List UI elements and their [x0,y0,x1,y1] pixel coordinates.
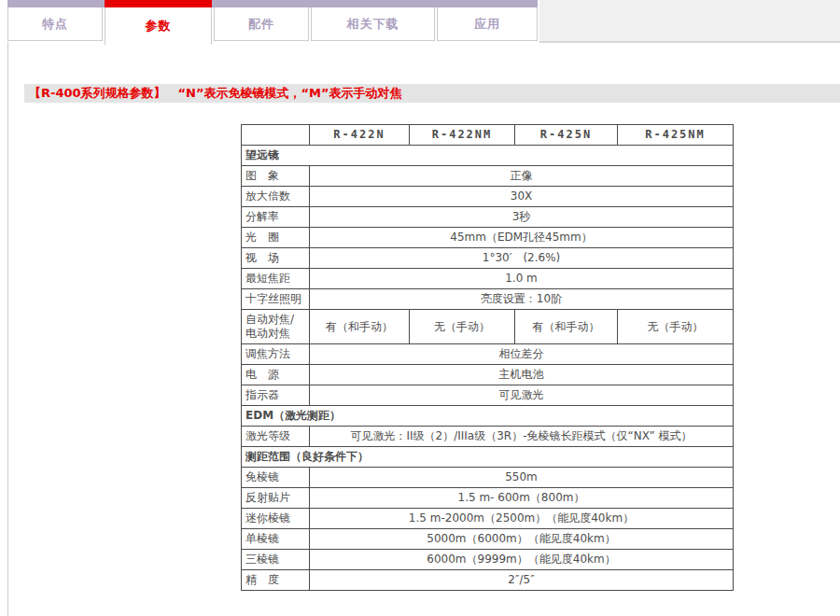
spec-label: 反射贴片 [242,488,310,509]
table-row: 测距范围（良好条件下） [242,447,734,468]
tab-bar-top-strip [7,0,538,7]
table-row: 光 圈45mm（EDM孔径45mm） [242,228,734,248]
tab-label: 配件 [248,16,274,33]
tab-label: 相关下载 [347,16,399,33]
model-name: R-422N [310,125,410,146]
spec-label: 图 象 [242,166,310,187]
spec-value: 1.5 m- 600m（800m） [310,488,734,509]
spec-label: 电 源 [242,365,310,385]
table-row: 三棱镜6000m（9999m）（能见度40km） [242,550,734,570]
tab-label: 参数 [146,18,172,35]
table-row: 视 场1°30′ (2.6%) [242,248,734,269]
table-row: 指示器可见激光 [242,385,734,406]
table-row: EDM（激光测距） [242,406,734,427]
spec-label: 自动对焦/ 电动对焦 [242,310,310,344]
spec-value: 2″/5″ [310,570,734,591]
spec-table: R-422NR-422NMR-425NR-425NM望远镜图 象正像放大倍数30… [241,124,734,591]
section-header: EDM（激光测距） [242,406,734,427]
spec-value: 有（和手动） [310,310,410,344]
spec-value: 1°30′ (2.6%) [310,248,734,269]
corner-cell [242,125,310,146]
spec-label: 光 圈 [242,228,310,248]
spec-table-wrap: R-422NR-422NMR-425NR-425NM望远镜图 象正像放大倍数30… [241,124,734,591]
section-header: 望远镜 [242,146,734,166]
spec-value: 相位差分 [310,344,734,365]
active-tab-red-strip [105,0,212,7]
section-header: 测距范围（良好条件下） [242,447,734,468]
spec-label: 视 场 [242,248,310,269]
table-row: 自动对焦/ 电动对焦有（和手动）无（手动）有（和手动）无（手动） [242,310,734,344]
spec-value: 无（手动） [410,310,515,344]
model-name: R-422NM [410,125,515,146]
spec-value: 3秒 [310,207,734,228]
tab-3[interactable]: 相关下载 [311,7,435,41]
table-row: 十字丝照明亮度设置：10阶 [242,289,734,310]
spec-label: 精 度 [242,570,310,591]
spec-label: 最短焦距 [242,269,310,289]
spec-value: 无（手动） [618,310,734,344]
spec-label: 放大倍数 [242,187,310,207]
table-row: 反射贴片1.5 m- 600m（800m） [242,488,734,509]
table-row: 最短焦距1.0 m [242,269,734,289]
spec-value: 亮度设置：10阶 [310,289,734,310]
spec-value: 正像 [310,166,734,187]
spec-value: 30X [310,187,734,207]
spec-value: 1.0 m [310,269,734,289]
spec-label: 免棱镜 [242,468,310,488]
table-row: 分解率3秒 [242,207,734,228]
tab-bar-right-filler [539,0,840,43]
table-row: 望远镜 [242,146,734,166]
model-header-row: R-422NR-422NMR-425NR-425NM [242,125,734,146]
tab-active-1[interactable]: 参数 [105,7,212,45]
spec-value: 有（和手动） [515,310,618,344]
spec-value: 可见激光 [310,385,734,406]
table-row: 精 度2″/5″ [242,570,734,591]
table-row: 迷你棱镜1.5 m-2000m（2500m）（能见度40km） [242,509,734,529]
spec-label: 迷你棱镜 [242,509,310,529]
spec-label: 指示器 [242,385,310,406]
tab-label: 应用 [474,16,500,33]
spec-value: 1.5 m-2000m（2500m）（能见度40km） [310,509,734,529]
page-left-border [7,42,8,616]
spec-value: 45mm（EDM孔径45mm） [310,228,734,248]
table-row: 电 源主机电池 [242,365,734,385]
tab-label: 特点 [42,16,68,33]
tab-4[interactable]: 应用 [437,7,538,41]
table-row: 调焦方法相位差分 [242,344,734,365]
spec-label: 十字丝照明 [242,289,310,310]
tab-0[interactable]: 特点 [7,7,103,41]
spec-value: 5000m（6000m）（能见度40km） [310,529,734,550]
table-row: 图 象正像 [242,166,734,187]
model-name: R-425NM [618,125,734,146]
table-row: 激光等级可见激光：II级（2）/IIIa级（3R）-免棱镜长距模式（仅“NX” … [242,427,734,447]
spec-value: 6000m（9999m）（能见度40km） [310,550,734,570]
model-name: R-425N [515,125,618,146]
spec-caption-text: 【R-400系列规格参数】 “N”表示免棱镜模式，“M”表示手动对焦 [29,85,402,102]
spec-value: 主机电池 [310,365,734,385]
spec-label: 三棱镜 [242,550,310,570]
tab-2[interactable]: 配件 [214,7,309,41]
spec-label: 分解率 [242,207,310,228]
spec-label: 调焦方法 [242,344,310,365]
table-row: 免棱镜550m [242,468,734,488]
spec-label: 激光等级 [242,427,310,447]
table-row: 单棱镜5000m（6000m）（能见度40km） [242,529,734,550]
spec-value: 550m [310,468,734,488]
spec-caption-strip: 【R-400系列规格参数】 “N”表示免棱镜模式，“M”表示手动对焦 [24,84,840,103]
spec-value: 可见激光：II级（2）/IIIa级（3R）-免棱镜长距模式（仅“NX” 模式） [310,427,734,447]
spec-label: 单棱镜 [242,529,310,550]
table-row: 放大倍数30X [242,187,734,207]
